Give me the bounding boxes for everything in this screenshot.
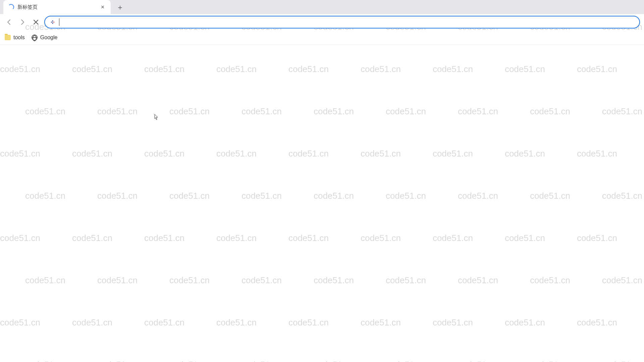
tab-strip: 新标签页 × ＋ [0, 0, 644, 14]
back-button[interactable] [4, 17, 14, 27]
folder-icon [5, 35, 11, 40]
bookmark-folder-tools[interactable]: tools [5, 35, 25, 41]
close-tab-button[interactable]: × [99, 4, 106, 10]
address-input[interactable] [63, 19, 635, 26]
arrow-left-icon [6, 19, 12, 25]
bookmark-google[interactable]: Google [32, 35, 58, 41]
page-body [0, 45, 644, 362]
bookmark-label: tools [13, 35, 25, 41]
tab-title: 新标签页 [17, 4, 96, 10]
new-tab-button[interactable]: ＋ [115, 2, 125, 13]
arrow-right-icon [19, 19, 26, 25]
site-info-icon[interactable] [50, 19, 56, 25]
toolbar [0, 14, 644, 30]
browser-tab[interactable]: 新标签页 × [3, 0, 111, 14]
globe-icon [32, 35, 38, 41]
svg-point-3 [52, 23, 53, 24]
close-icon [33, 19, 39, 25]
svg-point-2 [53, 22, 54, 23]
tab-loading-spinner-icon [8, 4, 14, 10]
bookmark-label: Google [40, 35, 58, 41]
svg-point-0 [51, 22, 52, 23]
address-bar[interactable] [44, 16, 640, 28]
forward-button[interactable] [17, 17, 28, 27]
address-caret [59, 18, 59, 26]
bookmarks-bar: tools Google [0, 30, 644, 45]
cursor-pointer-icon [153, 114, 159, 123]
svg-point-4 [52, 22, 53, 22]
svg-point-1 [52, 20, 53, 21]
stop-button[interactable] [31, 17, 41, 27]
